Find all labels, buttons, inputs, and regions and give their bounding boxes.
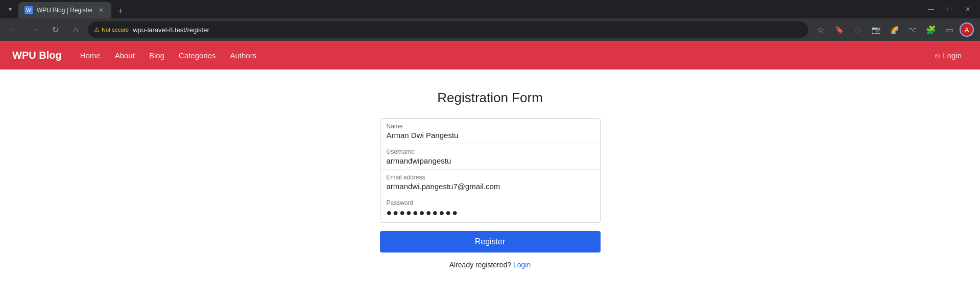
nav-link-home[interactable]: Home (74, 47, 107, 64)
register-button[interactable]: Register (380, 231, 601, 253)
extension-button-5[interactable]: ⌥ (904, 21, 921, 38)
page-content: Registration Form Name Arman Dwi Pangest… (0, 70, 980, 289)
minimize-button[interactable]: — (923, 1, 939, 17)
navbar-login-button[interactable]: ⎋ Login (929, 47, 968, 64)
not-secure-badge: ⚠ Not secure (94, 26, 129, 33)
camera-extension-icon: 📷 (871, 25, 881, 35)
browser-toolbar: ← → ↻ ⌂ ⚠ Not secure wpu-laravel-8.test/… (0, 18, 980, 41)
tab-favicon: W (25, 6, 33, 14)
window-controls: — □ ✕ (923, 1, 976, 17)
tabs-container: W WPU Blog | Register ✕ + (16, 0, 923, 18)
tab-close-button[interactable]: ✕ (97, 6, 105, 14)
extension-button-4[interactable]: 🌈 (886, 21, 902, 38)
home-button[interactable]: ⌂ (67, 21, 84, 38)
nav-link-about[interactable]: About (109, 47, 141, 64)
nav-link-blog[interactable]: Blog (143, 47, 171, 64)
url-text: wpu-laravel-8.test/register (133, 26, 209, 34)
browser-chrome: ▾ W WPU Blog | Register ✕ + — □ ✕ ← → ↻ … (0, 0, 980, 41)
favicon-letter: W (26, 8, 31, 13)
forward-button[interactable]: → (27, 21, 43, 38)
back-button[interactable]: ← (6, 21, 22, 38)
tab-bar: ▾ W WPU Blog | Register ✕ + — □ ✕ (0, 0, 980, 18)
extension-button-3[interactable]: 📷 (868, 21, 884, 38)
nav-link-categories[interactable]: Categories (173, 47, 222, 64)
extension-button-2[interactable]: ⬡ (849, 21, 866, 38)
login-arrow-icon: ⎋ (935, 51, 940, 60)
address-bar[interactable]: ⚠ Not secure wpu-laravel-8.test/register (88, 21, 808, 38)
warning-icon: ⚠ (94, 26, 100, 33)
username-label: Username (387, 148, 594, 155)
nav-link-authors[interactable]: Authors (224, 47, 262, 64)
tab-title: WPU Blog | Register (37, 7, 93, 14)
password-label: Password (387, 199, 594, 207)
already-registered-text: Already registered? Login (380, 261, 601, 269)
color-extension-icon: ⬡ (852, 25, 863, 35)
active-tab[interactable]: W WPU Blog | Register ✕ (18, 2, 111, 18)
code-extension-icon: ⌥ (907, 25, 918, 35)
navbar-right: ⎋ Login (929, 47, 968, 64)
profile-avatar: A (965, 26, 969, 34)
login-link[interactable]: Login (513, 261, 531, 269)
bookmark-extension-icon: 🔖 (834, 25, 844, 35)
username-value: armandwipangestu (387, 156, 594, 165)
username-field[interactable]: Username armandwipangestu (380, 144, 600, 170)
toolbar-right: ☆ 🔖 ⬡ 📷 🌈 ⌥ 🧩 ▭ A (812, 21, 974, 38)
name-field[interactable]: Name Arman Dwi Pangestu (380, 119, 600, 144)
reload-button[interactable]: ↻ (47, 21, 63, 38)
extension-button-1[interactable]: 🔖 (831, 21, 847, 38)
extensions-button[interactable]: 🧩 (923, 21, 939, 38)
password-value: ●●●●●●●●●●● (387, 208, 594, 218)
navbar: WPU Blog Home About Blog Categories Auth… (0, 41, 980, 70)
name-value: Arman Dwi Pangestu (387, 131, 594, 140)
bookmark-button[interactable]: ☆ (812, 21, 829, 38)
email-label: Email address (387, 174, 594, 181)
registration-form: Name Arman Dwi Pangestu Username armandw… (380, 118, 601, 269)
profile-button[interactable]: A (960, 22, 974, 37)
login-label: Login (943, 51, 962, 60)
form-field-group: Name Arman Dwi Pangestu Username armandw… (380, 118, 601, 223)
tab-bar-left: ▾ (4, 3, 16, 15)
navbar-nav: Home About Blog Categories Authors (74, 47, 929, 64)
rainbow-extension-icon: 🌈 (889, 25, 899, 35)
password-field[interactable]: Password ●●●●●●●●●●● (380, 195, 600, 222)
form-title: Registration Form (437, 90, 543, 106)
already-registered-label: Already registered? (449, 261, 511, 269)
tab-dropdown-button[interactable]: ▾ (4, 3, 16, 15)
sidebar-button[interactable]: ▭ (941, 21, 958, 38)
new-tab-button[interactable]: + (113, 4, 128, 18)
not-secure-label: Not secure (102, 27, 129, 33)
navbar-brand[interactable]: WPU Blog (12, 50, 62, 61)
name-label: Name (387, 123, 594, 130)
maximize-button[interactable]: □ (941, 1, 958, 17)
email-field[interactable]: Email address armandwi.pangestu7@gmail.c… (380, 170, 600, 195)
email-value: armandwi.pangestu7@gmail.com (387, 182, 594, 191)
close-button[interactable]: ✕ (960, 1, 976, 17)
